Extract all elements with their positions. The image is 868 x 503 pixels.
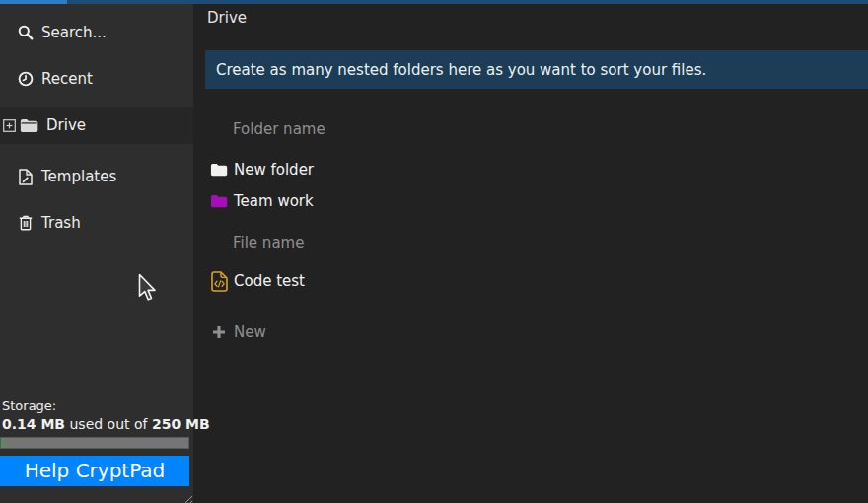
- page-title: Drive: [207, 9, 247, 27]
- new-item-label: New: [234, 323, 266, 341]
- plus-square-icon[interactable]: [3, 119, 16, 132]
- drive-main-panel: Drive Create as many nested folders here…: [193, 4, 868, 503]
- sidebar-item-label: Recent: [41, 70, 93, 88]
- storage-progress-fill: [1, 438, 5, 448]
- file-name: Code test: [234, 272, 305, 290]
- folder-name: Team work: [234, 192, 314, 210]
- top-toolbar-edge: [0, 0, 868, 4]
- storage-usage-text: 0.14 MB used out of 250 MB: [0, 416, 193, 432]
- info-banner: Create as many nested folders here as yo…: [205, 50, 868, 89]
- folder-icon: [20, 118, 38, 133]
- code-file-icon: [209, 271, 229, 292]
- folder-name: New folder: [234, 161, 314, 179]
- sidebar-item-label: Templates: [41, 168, 116, 185]
- help-cryptpad-button[interactable]: Help CryptPad: [0, 456, 189, 486]
- sidebar-item-drive[interactable]: Drive: [0, 107, 193, 144]
- search-row[interactable]: [0, 14, 193, 51]
- sidebar-resize-handle[interactable]: [181, 490, 192, 502]
- folder-row-new-folder[interactable]: New folder: [209, 157, 314, 182]
- sidebar-item-templates[interactable]: Templates: [0, 158, 193, 195]
- trash-icon: [18, 215, 34, 231]
- folder-icon: [209, 163, 229, 177]
- search-input[interactable]: [41, 24, 170, 41]
- top-toolbar-accent: [0, 0, 67, 4]
- folder-icon: [209, 194, 229, 208]
- folder-row-team-work[interactable]: Team work: [209, 188, 314, 214]
- plus-icon: [209, 325, 229, 339]
- sidebar: Recent Drive Templates Trash Storage:: [0, 0, 193, 503]
- new-item-button[interactable]: New: [209, 320, 266, 345]
- sidebar-item-recent[interactable]: Recent: [0, 60, 193, 98]
- storage-progress-bar: [0, 437, 189, 449]
- template-icon: [18, 169, 34, 185]
- file-name-header: File name: [233, 234, 304, 252]
- storage-panel: Storage: 0.14 MB used out of 250 MB: [0, 398, 193, 432]
- sidebar-item-trash[interactable]: Trash: [0, 204, 193, 242]
- search-icon: [18, 25, 34, 40]
- cryptpad-drive-app: Recent Drive Templates Trash Storage:: [0, 0, 868, 503]
- storage-label: Storage:: [0, 398, 193, 413]
- file-row-code-test[interactable]: Code test: [209, 268, 305, 294]
- folder-name-header: Folder name: [233, 120, 326, 138]
- info-banner-text: Create as many nested folders here as yo…: [216, 61, 706, 79]
- sidebar-item-label: Drive: [46, 116, 86, 134]
- clock-icon: [18, 71, 34, 87]
- sidebar-item-label: Trash: [41, 214, 81, 232]
